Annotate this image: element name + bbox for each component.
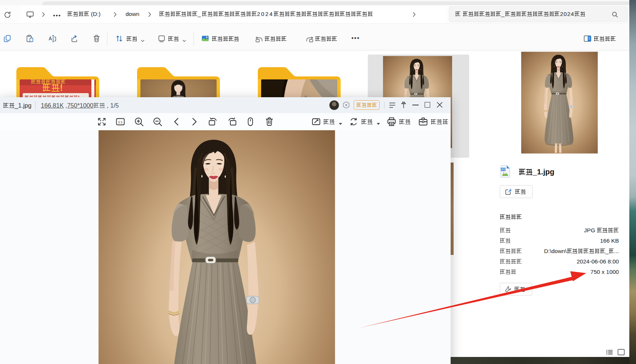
svg-text:1:1: 1:1 [118, 120, 123, 124]
svg-text:JPG: JPG [501, 168, 506, 171]
